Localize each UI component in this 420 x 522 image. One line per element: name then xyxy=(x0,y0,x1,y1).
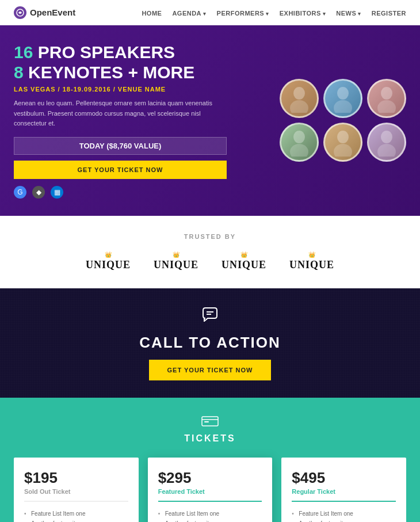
svg-point-11 xyxy=(381,131,392,143)
hero-badges: G ◆ ▦ xyxy=(14,186,227,199)
nav-home[interactable]: HOME xyxy=(142,10,162,17)
navbar: OpenEvent HOME AGENDA PERFORMERS EXHIBIT… xyxy=(0,0,420,25)
cta-icon xyxy=(201,306,219,326)
cta-button[interactable]: GET YOUR TICKET NOW xyxy=(149,360,272,380)
hero-description: Aenean eu leo quam. Pellentesque ornare … xyxy=(14,98,227,129)
svg-rect-15 xyxy=(202,417,218,426)
hero-line2: KEYNOTES + MORE xyxy=(28,63,194,82)
ticket-price-1: $195 xyxy=(24,469,128,487)
tickets-header: TICKETS xyxy=(14,415,406,444)
ticket-divider-2 xyxy=(158,501,262,502)
svg-point-12 xyxy=(377,144,396,157)
ticket-divider-3 xyxy=(292,501,396,502)
nav-news[interactable]: NEWS xyxy=(336,10,361,17)
speaker-avatar-4 xyxy=(280,123,319,162)
ticket-price-3: $495 xyxy=(292,469,396,487)
brand-logo-2: 👑 UNIQUE xyxy=(154,252,198,271)
trusted-section: TRUSTED BY 👑 UNIQUE 👑 UNIQUE 👑 UNIQUE 👑 … xyxy=(0,216,420,288)
hero-location: LAS VEGAS / 18-19.09.2016 / VENUE NAME xyxy=(14,86,227,93)
svg-point-2 xyxy=(290,100,308,113)
nav-agenda[interactable]: AGENDA xyxy=(172,10,206,17)
speaker-avatar-5 xyxy=(323,123,362,162)
ticket-features-3: Feature List Item one Another feature it… xyxy=(292,509,396,522)
feature-2-1: Feature List Item one xyxy=(158,509,262,519)
ticket-card-2: $295 Featured Ticket Feature List Item o… xyxy=(148,458,273,522)
hero-num2: 8 xyxy=(14,63,24,82)
cta-section: CALL TO ACTION GET YOUR TICKET NOW xyxy=(0,288,420,398)
brand-logo-4: 👑 UNIQUE xyxy=(289,252,334,271)
svg-point-5 xyxy=(381,87,392,100)
hero-num1: 16 xyxy=(14,43,33,62)
feature-3-2: Another feature item xyxy=(292,519,396,522)
tickets-title: TICKETS xyxy=(14,433,406,444)
logo[interactable]: OpenEvent xyxy=(14,6,75,19)
tickets-cards: $195 Sold Out Ticket Feature List Item o… xyxy=(14,458,406,522)
svg-point-6 xyxy=(377,100,396,113)
ticket-price-2: $295 xyxy=(158,469,262,487)
trusted-label: TRUSTED BY xyxy=(14,233,406,240)
cta-title: CALL TO ACTION xyxy=(139,334,281,352)
brand-logo-1: 👑 UNIQUE xyxy=(86,252,131,271)
apple-badge[interactable]: ◆ xyxy=(32,186,45,199)
svg-point-7 xyxy=(293,131,305,143)
nav-exhibitors[interactable]: EXHIBITORS xyxy=(280,10,326,17)
hero-section: 16 PRO SPEAKERS 8 KEYNOTES + MORE LAS VE… xyxy=(0,25,420,216)
brand-logo-3: 👑 UNIQUE xyxy=(222,252,266,271)
ticket-features-2: Feature List Item one Another feature it… xyxy=(158,509,262,522)
svg-point-10 xyxy=(334,144,352,157)
svg-rect-17 xyxy=(204,421,209,422)
speaker-avatar-2 xyxy=(323,79,362,118)
hero-value: TODAY ($8,760 VALUE) xyxy=(14,137,227,155)
svg-point-1 xyxy=(293,87,305,100)
hero-cta-button[interactable]: GET YOUR TICKET NOW xyxy=(14,161,227,179)
ticket-name-2: Featured Ticket xyxy=(158,488,262,495)
hero-content: 16 PRO SPEAKERS 8 KEYNOTES + MORE LAS VE… xyxy=(14,43,227,199)
logo-icon xyxy=(14,6,26,19)
nav-performers[interactable]: PERFORMERS xyxy=(217,10,269,17)
feature-2-2: Another feature item xyxy=(158,519,262,522)
speaker-avatar-6 xyxy=(367,123,406,162)
svg-point-3 xyxy=(337,87,349,100)
hero-speakers xyxy=(268,79,406,162)
hero-line1: PRO SPEAKERS xyxy=(38,43,175,62)
tickets-section-icon xyxy=(14,415,406,431)
tickets-section: TICKETS $195 Sold Out Ticket Feature Lis… xyxy=(0,398,420,522)
speaker-avatar-1 xyxy=(280,79,319,118)
google-badge[interactable]: G xyxy=(14,186,26,199)
feature-1-2: Another feature item xyxy=(24,519,128,522)
ticket-features-1: Feature List Item one Another feature it… xyxy=(24,509,128,522)
nav-links: HOME AGENDA PERFORMERS EXHIBITORS NEWS R… xyxy=(142,7,406,18)
hero-title: 16 PRO SPEAKERS 8 KEYNOTES + MORE xyxy=(14,43,227,82)
speaker-avatar-3 xyxy=(367,79,406,118)
ticket-name-1: Sold Out Ticket xyxy=(24,488,128,495)
ticket-divider-1 xyxy=(24,501,128,502)
svg-point-4 xyxy=(334,100,352,113)
feature-3-1: Feature List Item one xyxy=(292,509,396,519)
ticket-card-1: $195 Sold Out Ticket Feature List Item o… xyxy=(14,458,139,522)
svg-point-8 xyxy=(290,144,308,157)
trusted-logos: 👑 UNIQUE 👑 UNIQUE 👑 UNIQUE 👑 UNIQUE xyxy=(14,252,406,271)
svg-point-9 xyxy=(337,131,349,143)
nav-register[interactable]: REGISTER xyxy=(372,10,406,17)
ticket-name-3: Regular Ticket xyxy=(292,488,396,495)
windows-badge[interactable]: ▦ xyxy=(51,186,63,199)
logo-text: OpenEvent xyxy=(30,7,75,17)
ticket-card-3: $495 Regular Ticket Feature List Item on… xyxy=(281,458,406,522)
feature-1-1: Feature List Item one xyxy=(24,509,128,519)
